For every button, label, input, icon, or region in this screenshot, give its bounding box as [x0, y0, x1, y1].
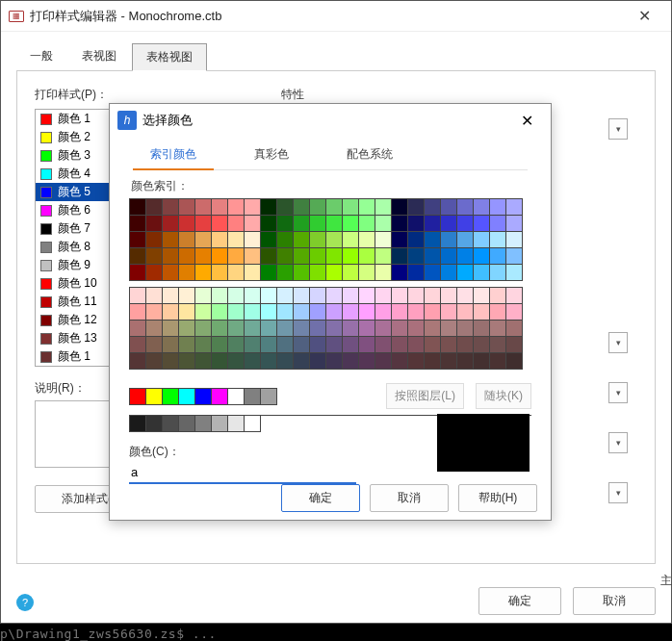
palette-cell[interactable]: [245, 199, 261, 216]
palette-cell[interactable]: [212, 232, 228, 248]
palette-cell[interactable]: [425, 216, 441, 232]
basic-color-cell[interactable]: [261, 389, 277, 405]
tab-general[interactable]: 一般: [16, 43, 66, 70]
palette-cell[interactable]: [130, 199, 146, 216]
palette-cell[interactable]: [506, 304, 523, 320]
palette-cell[interactable]: [474, 304, 490, 320]
basic-color-cell[interactable]: [130, 389, 146, 405]
tab-true-color[interactable]: 真彩色: [237, 141, 306, 169]
palette-cell[interactable]: [408, 320, 425, 337]
palette-cell[interactable]: [130, 265, 146, 281]
palette-cell[interactable]: [163, 337, 179, 353]
palette-cell[interactable]: [179, 232, 195, 248]
palette-cell[interactable]: [261, 232, 277, 248]
palette-cell[interactable]: [359, 216, 375, 232]
palette-cell[interactable]: [474, 248, 490, 265]
palette-cell[interactable]: [343, 304, 359, 320]
gray-color-cell[interactable]: [228, 416, 245, 432]
palette-cell[interactable]: [359, 248, 375, 265]
palette-cell[interactable]: [195, 265, 212, 281]
palette-cell[interactable]: [179, 265, 195, 281]
dialog-close-icon[interactable]: ✕: [510, 106, 543, 135]
palette-cell[interactable]: [457, 304, 474, 320]
palette-cell[interactable]: [130, 337, 146, 353]
palette-cell[interactable]: [310, 265, 326, 281]
tab-form-view[interactable]: 表格视图: [132, 43, 207, 71]
palette-cell[interactable]: [359, 320, 375, 337]
palette-cell[interactable]: [163, 320, 179, 337]
palette-cell[interactable]: [457, 353, 474, 370]
palette-cell[interactable]: [441, 232, 457, 248]
palette-cell[interactable]: [392, 353, 408, 370]
palette-cell[interactable]: [441, 199, 457, 216]
palette-cell[interactable]: [408, 265, 425, 281]
basic-color-cell[interactable]: [163, 389, 179, 405]
palette-cell[interactable]: [130, 304, 146, 320]
palette-cell[interactable]: [146, 265, 163, 281]
main-ok-button[interactable]: 确定: [478, 587, 561, 615]
palette-cell[interactable]: [212, 320, 228, 337]
palette-cell[interactable]: [441, 353, 457, 370]
palette-cell[interactable]: [146, 353, 163, 370]
palette-cell[interactable]: [277, 353, 294, 370]
palette-cell[interactable]: [310, 353, 326, 370]
palette-cell[interactable]: [146, 304, 163, 320]
palette-cell[interactable]: [130, 248, 146, 265]
palette-cell[interactable]: [326, 304, 343, 320]
palette-cell[interactable]: [277, 304, 294, 320]
palette-cell[interactable]: [441, 320, 457, 337]
palette-cell[interactable]: [228, 320, 245, 337]
palette-cell[interactable]: [245, 288, 261, 304]
basic-color-cell[interactable]: [245, 389, 261, 405]
combo-stub[interactable]: ▾: [608, 432, 628, 453]
palette-cell[interactable]: [326, 265, 343, 281]
palette-cell[interactable]: [245, 353, 261, 370]
palette-cell[interactable]: [490, 337, 506, 353]
palette-cell[interactable]: [294, 288, 310, 304]
palette-cell[interactable]: [130, 320, 146, 337]
palette-cell[interactable]: [326, 288, 343, 304]
palette-cell[interactable]: [261, 216, 277, 232]
palette-cell[interactable]: [294, 320, 310, 337]
palette-cell[interactable]: [425, 248, 441, 265]
palette-cell[interactable]: [474, 353, 490, 370]
palette-cell[interactable]: [228, 353, 245, 370]
palette-cell[interactable]: [310, 216, 326, 232]
palette-cell[interactable]: [163, 288, 179, 304]
palette-cell[interactable]: [408, 288, 425, 304]
palette-cell[interactable]: [228, 288, 245, 304]
palette-cell[interactable]: [179, 353, 195, 370]
palette-cell[interactable]: [277, 232, 294, 248]
palette-cell[interactable]: [163, 265, 179, 281]
palette-cell[interactable]: [212, 288, 228, 304]
palette-cell[interactable]: [163, 216, 179, 232]
palette-cell[interactable]: [277, 265, 294, 281]
main-cancel-button[interactable]: 取消: [573, 587, 656, 615]
combo-stub[interactable]: ▾: [608, 332, 628, 353]
palette-cell[interactable]: [392, 304, 408, 320]
palette-cell[interactable]: [441, 248, 457, 265]
palette-cell[interactable]: [457, 337, 474, 353]
palette-cell[interactable]: [277, 216, 294, 232]
palette-cell[interactable]: [490, 320, 506, 337]
palette-cell[interactable]: [146, 288, 163, 304]
palette-cell[interactable]: [359, 265, 375, 281]
palette-cell[interactable]: [441, 337, 457, 353]
palette-cell[interactable]: [228, 337, 245, 353]
palette-cell[interactable]: [506, 248, 523, 265]
tab-color-books[interactable]: 配色系统: [329, 141, 410, 169]
palette-cell[interactable]: [277, 288, 294, 304]
palette-cell[interactable]: [261, 288, 277, 304]
palette-cell[interactable]: [310, 320, 326, 337]
palette-cell[interactable]: [326, 232, 343, 248]
palette-cell[interactable]: [343, 216, 359, 232]
palette-cell[interactable]: [179, 288, 195, 304]
palette-cell[interactable]: [408, 232, 425, 248]
palette-cell[interactable]: [359, 199, 375, 216]
close-icon[interactable]: ✕: [625, 2, 663, 31]
palette-cell[interactable]: [179, 337, 195, 353]
palette-cell[interactable]: [441, 265, 457, 281]
palette-cell[interactable]: [195, 353, 212, 370]
palette-cell[interactable]: [310, 232, 326, 248]
palette-cell[interactable]: [441, 216, 457, 232]
